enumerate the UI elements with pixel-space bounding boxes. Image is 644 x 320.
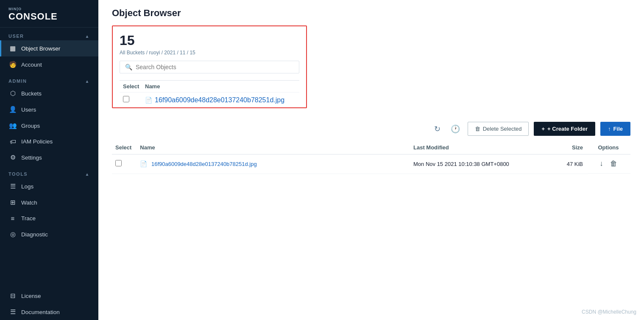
sidebar-item-documentation[interactable]: ☰ Documentation [0,304,98,320]
file-document-icon: 📄 [145,97,152,104]
sidebar-item-label: IAM Policies [21,138,53,145]
col-header-modified: Last Modified [410,141,546,154]
sidebar-item-iam-policies[interactable]: 🏷 IAM Policies [0,134,98,149]
search-input[interactable] [136,64,294,70]
logo-mini: MIN|O [8,7,90,11]
refresh-button[interactable]: ↻ [432,123,443,135]
bucket-count: 15 [120,33,299,48]
sidebar-item-groups[interactable]: 👥 Groups [0,118,98,134]
sidebar-item-label: Groups [21,123,40,129]
section-tools: TOOLS ▲ [0,166,98,178]
create-folder-button[interactable]: + + Create Folder [534,122,595,136]
table-toolbar: ↻ 🕐 🗑 Delete Selected + + Create Folder … [112,117,630,141]
logs-icon: ☰ [8,182,17,190]
sidebar-item-license[interactable]: ⊟ License [0,288,98,304]
download-button[interactable]: ↓ [597,159,606,169]
col-header-name-full: Name [137,141,410,154]
sidebar-item-label: Object Browser [21,45,60,52]
objects-table: Select Name Last Modified Size Options [112,141,630,174]
sidebar-item-label: Diagnostic [21,231,48,238]
row-checkbox[interactable] [115,160,122,166]
documentation-icon: ☰ [8,308,17,316]
sidebar-item-label: Documentation [21,309,60,315]
watch-icon: ⊞ [8,199,17,206]
sidebar-item-diagnostic[interactable]: ◎ Diagnostic [0,226,98,242]
sidebar-item-object-browser[interactable]: ▦ Object Browser [0,40,98,56]
history-button[interactable]: 🕐 [448,123,463,135]
logo-area: MIN|O CONSOLE [0,0,98,28]
logo-console: CONSOLE [8,11,90,22]
iam-icon: 🏷 [8,138,17,145]
sidebar-item-label: License [21,293,41,299]
search-icon: 🔍 [125,64,132,70]
sidebar-item-label: Account [21,62,42,68]
sidebar-item-label: Logs [21,183,33,190]
sidebar-item-label: Trace [21,215,36,222]
grid-icon: ▦ [8,45,17,52]
bucket-box: 15 All Buckets / ruoyi / 2021 / 11 / 15 … [112,25,307,108]
sidebar-item-settings[interactable]: ⚙ Settings [0,149,98,166]
delete-selected-button[interactable]: 🗑 Delete Selected [468,122,529,136]
main-content: Object Browser 15 All Buckets / ruoyi / … [98,0,644,320]
sidebar-item-users[interactable]: 👤 Users [0,101,98,118]
trash-icon: 🗑 [475,126,480,132]
user-icon: 👤 [8,106,17,113]
upload-file-button[interactable]: ↑ File [600,122,630,136]
sidebar: MIN|O CONSOLE USER ▲ ▦ Object Browser 🧑 … [0,0,98,320]
file-name-cell[interactable]: 16f90a6009de48d28e0137240b78251d.jpg [151,161,257,167]
sidebar-item-buckets[interactable]: ⬡ Buckets [0,85,98,101]
file-icon: 📄 [140,160,147,167]
upload-icon: ↑ [608,126,611,132]
chevron-up-icon-tools: ▲ [85,172,90,177]
sidebar-item-label: Settings [21,154,42,161]
sidebar-item-logs[interactable]: ☰ Logs [0,178,98,194]
content-area: 15 All Buckets / ruoyi / 2021 / 11 / 15 … [98,25,644,320]
col-header-name: Name [145,83,160,90]
last-modified-cell: Mon Nov 15 2021 10:10:38 GMT+0800 [413,161,509,167]
settings-icon: ⚙ [8,154,17,161]
breadcrumb: All Buckets / ruoyi / 2021 / 11 / 15 [120,50,299,56]
file-checkbox[interactable] [123,96,129,102]
chevron-up-icon-admin: ▲ [85,79,90,84]
license-icon: ⊟ [8,292,17,300]
sidebar-item-label: Buckets [21,90,42,97]
account-icon: 🧑 [8,61,17,68]
watermark: CSDN @MichelleChung [582,309,636,315]
col-header-select: Select [123,83,145,90]
main-header: Object Browser [98,0,644,25]
sidebar-item-trace[interactable]: ≡ Trace [0,211,98,226]
chevron-up-icon: ▲ [85,34,90,39]
sidebar-item-watch[interactable]: ⊞ Watch [0,194,98,211]
delete-row-button[interactable]: 🗑 [608,159,620,169]
col-header-options: Options [588,141,630,154]
diagnostic-icon: ◎ [8,230,17,238]
file-name-link[interactable]: 16f90a6009de48d28e0137240b78251d.jpg [155,96,284,104]
page-title: Object Browser [112,8,630,19]
section-admin: ADMIN ▲ [0,73,98,85]
plus-icon: + [541,126,545,132]
trace-icon: ≡ [8,215,17,222]
sidebar-item-label: Watch [21,199,37,206]
table-row: 📄 16f90a6009de48d28e0137240b78251d.jpg M… [112,154,630,174]
sidebar-item-label: Users [21,107,36,113]
bucket-icon: ⬡ [8,90,17,97]
size-cell: 47 KiB [567,161,583,167]
col-header-select-full: Select [112,141,137,154]
col-header-size: Size [546,141,588,154]
sidebar-item-account[interactable]: 🧑 Account [0,56,98,73]
section-user: USER ▲ [0,28,98,40]
search-bar: 🔍 [120,61,299,73]
groups-icon: 👥 [8,122,17,129]
